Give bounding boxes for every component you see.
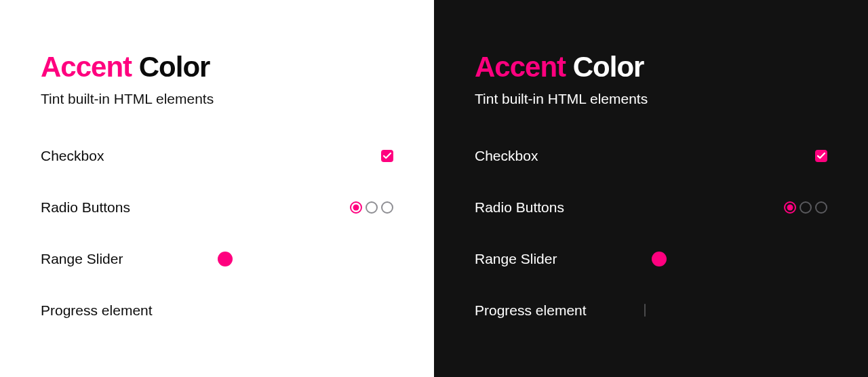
checkbox-row: Checkbox	[475, 148, 827, 164]
progress-label: Progress element	[41, 302, 153, 319]
title-rest: Color	[139, 51, 210, 83]
radio-label: Radio Buttons	[41, 199, 130, 216]
title-rest: Color	[573, 51, 644, 83]
range-row: Range Slider	[41, 251, 393, 267]
check-icon	[817, 153, 825, 159]
checkbox-label: Checkbox	[475, 148, 538, 164]
radio-row: Radio Buttons	[41, 199, 393, 216]
radio-option-2[interactable]	[366, 201, 378, 214]
page-title: Accent Color	[475, 53, 827, 81]
radio-option-1[interactable]	[784, 201, 796, 214]
progress-row: Progress element	[475, 302, 827, 319]
radio-label: Radio Buttons	[475, 199, 564, 216]
checkbox-input[interactable]	[381, 150, 393, 162]
progress-row: Progress element	[41, 302, 393, 319]
checkbox-input[interactable]	[815, 150, 827, 162]
radio-group	[784, 201, 827, 214]
title-accent: Accent	[41, 51, 132, 83]
radio-option-1[interactable]	[350, 201, 362, 214]
title-accent: Accent	[475, 51, 566, 83]
page-subtitle: Tint built-in HTML elements	[475, 91, 827, 107]
light-panel: Accent Color Tint built-in HTML elements…	[0, 0, 434, 377]
radio-row: Radio Buttons	[475, 199, 827, 216]
progress-label: Progress element	[475, 302, 587, 319]
radio-option-3[interactable]	[815, 201, 827, 214]
page-title: Accent Color	[41, 53, 393, 81]
range-row: Range Slider	[475, 251, 827, 267]
radio-option-2[interactable]	[800, 201, 812, 214]
progress-track	[644, 304, 646, 317]
page-subtitle: Tint built-in HTML elements	[41, 91, 393, 107]
dark-panel: Accent Color Tint built-in HTML elements…	[434, 0, 868, 377]
radio-group	[350, 201, 393, 214]
range-label: Range Slider	[475, 251, 557, 267]
progress-element	[644, 304, 827, 317]
checkbox-label: Checkbox	[41, 148, 104, 164]
range-label: Range Slider	[41, 251, 123, 267]
checkbox-row: Checkbox	[41, 148, 393, 164]
slider-thumb[interactable]	[218, 252, 233, 266]
check-icon	[383, 153, 391, 159]
slider-thumb[interactable]	[652, 252, 667, 266]
radio-option-3[interactable]	[381, 201, 393, 214]
